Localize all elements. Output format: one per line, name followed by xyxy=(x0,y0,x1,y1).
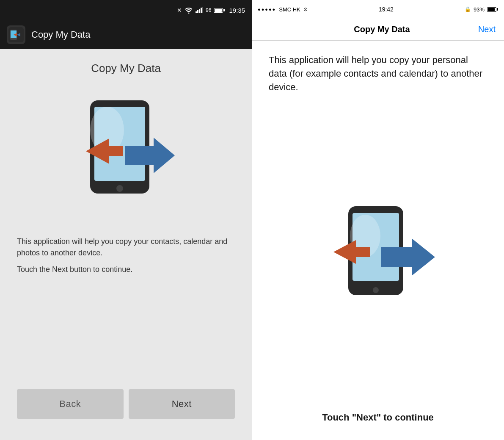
android-time: 19:35 xyxy=(229,7,245,14)
ios-nav-title: Copy My Data xyxy=(354,25,410,34)
ios-description-text: This application will help you copy your… xyxy=(269,53,487,94)
next-button[interactable]: Next xyxy=(129,389,235,419)
android-button-row: Back Next xyxy=(17,381,235,432)
android-instruction-text: Touch the Next button to continue. xyxy=(17,264,132,275)
app-icon xyxy=(7,25,25,44)
ios-panel: ●●●●● SMC HK ⊙ 19:42 🔒 93% Copy My Data … xyxy=(252,0,504,440)
android-description-text: This application will help you copy your… xyxy=(17,236,235,259)
svg-point-0 xyxy=(188,13,190,14)
android-toolbar: Copy My Data xyxy=(0,20,252,49)
ios-next-button[interactable]: Next xyxy=(478,25,496,34)
ios-device-illustration xyxy=(269,111,487,399)
ios-battery-area: 🔒 93% xyxy=(465,6,498,13)
battery-level-text: 96 xyxy=(206,7,211,13)
ios-navbar: Copy My Data Next xyxy=(252,19,504,41)
svg-point-14 xyxy=(116,185,123,192)
ios-content: This application will help you copy your… xyxy=(252,41,504,440)
ios-time: 19:42 xyxy=(379,6,394,13)
svg-rect-4 xyxy=(201,8,202,13)
android-app-title: Copy My Data xyxy=(91,62,161,75)
ios-lock-icon: 🔒 xyxy=(465,6,471,12)
android-panel: ✕ 96 19:35 xyxy=(0,0,252,440)
back-button[interactable]: Back xyxy=(17,389,124,419)
svg-rect-1 xyxy=(196,11,197,13)
android-statusbar: ✕ 96 19:35 xyxy=(0,0,252,20)
ios-carrier: SMC HK xyxy=(279,6,300,13)
android-status-icons: ✕ 96 19:35 xyxy=(177,7,245,14)
svg-point-20 xyxy=(373,287,379,293)
svg-rect-2 xyxy=(197,10,198,13)
wifi-icon xyxy=(185,7,193,14)
ios-signal-area: ●●●●● SMC HK ⊙ xyxy=(258,6,308,13)
signal-icon xyxy=(196,7,203,13)
android-battery-icon xyxy=(214,8,225,13)
svg-rect-3 xyxy=(199,9,200,13)
ios-signal-dots: ●●●●● xyxy=(258,7,276,12)
android-toolbar-title: Copy My Data xyxy=(31,29,90,40)
android-device-illustration xyxy=(58,88,194,223)
ios-instruction-text: Touch "Next" to continue xyxy=(269,412,487,423)
ios-roaming-icon: ⊙ xyxy=(303,6,308,12)
ios-statusbar: ●●●●● SMC HK ⊙ 19:42 🔒 93% xyxy=(252,0,504,19)
ios-battery-percent: 93% xyxy=(474,6,485,13)
ios-battery-icon xyxy=(487,7,498,12)
mute-icon: ✕ xyxy=(177,7,182,14)
android-content: Copy My Data This application will help … xyxy=(0,49,252,440)
svg-rect-5 xyxy=(202,7,203,13)
